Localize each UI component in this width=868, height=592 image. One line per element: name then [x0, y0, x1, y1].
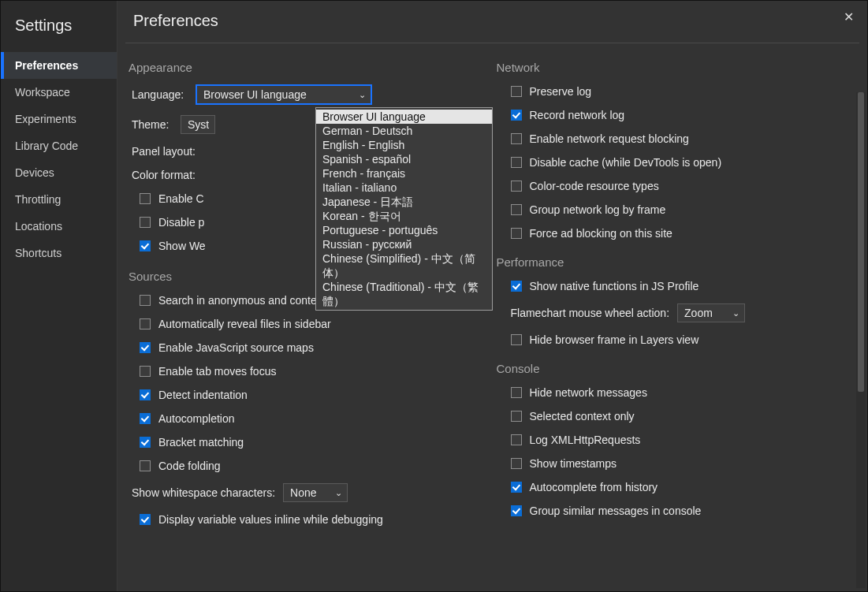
sources-checkbox-3[interactable] [140, 366, 151, 377]
network-checkbox-4[interactable] [511, 181, 522, 192]
sources-label-7[interactable]: Code folding [158, 460, 221, 472]
console-label-2[interactable]: Log XMLHttpRequests [530, 434, 641, 446]
sidebar-title: Settings [1, 7, 117, 52]
console-label-3[interactable]: Show timestamps [530, 457, 617, 470]
theme-label: Theme: [132, 118, 173, 131]
network-label-2[interactable]: Enable network request blocking [530, 132, 689, 145]
section-appearance: Appearance [129, 61, 486, 74]
sources-checkbox-0[interactable] [140, 295, 151, 306]
language-option[interactable]: Chinese (Simplified) - 中文（简体） [316, 251, 492, 280]
preferences-panel: ✕ Preferences Appearance Language: Brows… [117, 1, 867, 591]
chevron-down-icon: ⌄ [335, 488, 342, 498]
sidebar-item-workspace[interactable]: Workspace [1, 79, 117, 106]
console-checkbox-2[interactable] [511, 434, 522, 445]
language-option[interactable]: Korean - 한국어 [316, 209, 492, 223]
console-checkbox-0[interactable] [511, 387, 522, 398]
close-icon: ✕ [844, 9, 854, 24]
sources-label-3[interactable]: Enable tab moves focus [158, 365, 276, 378]
language-option[interactable]: Russian - русский [316, 237, 492, 251]
flamechart-select[interactable]: Zoom ⌄ [677, 303, 745, 322]
console-checkbox-5[interactable] [511, 505, 522, 516]
sources-label-5[interactable]: Autocompletion [158, 412, 235, 425]
close-button[interactable]: ✕ [837, 6, 859, 28]
enable-c-checkbox[interactable] [140, 193, 151, 204]
right-column: Network Preserve logRecord network logEn… [492, 54, 863, 591]
network-label-3[interactable]: Disable cache (while DevTools is open) [530, 156, 722, 169]
sources-checkbox-4[interactable] [140, 389, 151, 400]
inline-values-label[interactable]: Display variable values inline while deb… [158, 513, 383, 526]
vertical-scrollbar[interactable] [856, 92, 866, 588]
chevron-down-icon: ⌄ [359, 90, 366, 100]
language-option[interactable]: Chinese (Traditional) - 中文（繁體） [316, 280, 492, 308]
flamechart-label: Flamechart mouse wheel action: [511, 307, 670, 319]
sources-checkbox-2[interactable] [140, 342, 151, 353]
page-title: Preferences [125, 1, 859, 43]
panel-layout-label: Panel layout: [132, 145, 196, 158]
console-checkbox-3[interactable] [511, 458, 522, 469]
disable-p-label[interactable]: Disable p [158, 216, 204, 229]
sources-checkbox-5[interactable] [140, 413, 151, 424]
native-fns-checkbox[interactable] [511, 281, 522, 292]
color-format-label: Color format: [132, 169, 196, 181]
scrollbar-thumb[interactable] [858, 92, 864, 392]
console-checkbox-4[interactable] [511, 482, 522, 493]
language-option[interactable]: English - English [316, 138, 492, 152]
sidebar-item-experiments[interactable]: Experiments [1, 106, 117, 132]
hide-frame-checkbox[interactable] [511, 334, 522, 345]
whitespace-select[interactable]: None ⌄ [283, 483, 348, 502]
theme-select[interactable]: Syst [181, 115, 215, 134]
network-checkbox-1[interactable] [511, 110, 522, 121]
sidebar-item-devices[interactable]: Devices [1, 159, 117, 186]
whitespace-select-value: None [290, 486, 316, 499]
show-we-checkbox[interactable] [140, 240, 151, 251]
show-we-label[interactable]: Show We [158, 240, 206, 252]
sources-checkbox-6[interactable] [140, 437, 151, 448]
language-option[interactable]: German - Deutsch [316, 124, 492, 138]
language-option[interactable]: Japanese - 日本語 [316, 195, 492, 209]
console-label-5[interactable]: Group similar messages in console [530, 505, 702, 517]
network-checkbox-3[interactable] [511, 157, 522, 168]
language-option[interactable]: Italian - italiano [316, 181, 492, 195]
sidebar-item-shortcuts[interactable]: Shortcuts [1, 240, 117, 266]
sidebar-item-locations[interactable]: Locations [1, 213, 117, 240]
language-option[interactable]: Portuguese - português [316, 223, 492, 237]
sources-label-6[interactable]: Bracket matching [158, 436, 244, 449]
language-option[interactable]: Browser UI language [316, 110, 492, 124]
native-fns-label[interactable]: Show native functions in JS Profile [530, 280, 699, 292]
disable-p-checkbox[interactable] [140, 217, 151, 228]
network-checkbox-0[interactable] [511, 86, 522, 97]
sources-checkbox-1[interactable] [140, 318, 151, 330]
language-label: Language: [132, 88, 188, 101]
network-label-0[interactable]: Preserve log [530, 85, 592, 98]
sidebar-item-throttling[interactable]: Throttling [1, 186, 117, 213]
sources-label-2[interactable]: Enable JavaScript source maps [158, 341, 314, 354]
console-label-0[interactable]: Hide network messages [530, 386, 647, 399]
language-select-value: Browser UI language [203, 88, 307, 101]
enable-c-label[interactable]: Enable C [158, 192, 204, 205]
language-select[interactable]: Browser UI language ⌄ [196, 85, 371, 104]
network-label-6[interactable]: Force ad blocking on this site [530, 227, 672, 240]
console-label-1[interactable]: Selected context only [530, 410, 635, 423]
language-option[interactable]: Spanish - español [316, 152, 492, 166]
network-label-4[interactable]: Color-code resource types [530, 180, 659, 192]
sidebar-item-preferences[interactable]: Preferences [1, 52, 117, 79]
sources-checkbox-7[interactable] [140, 460, 151, 471]
console-label-4[interactable]: Autocomplete from history [530, 481, 658, 493]
inline-values-checkbox[interactable] [140, 514, 151, 525]
console-checkbox-1[interactable] [511, 411, 522, 422]
settings-sidebar: Settings PreferencesWorkspaceExperiments… [1, 1, 117, 591]
network-checkbox-2[interactable] [511, 133, 522, 144]
sidebar-item-library-code[interactable]: Library Code [1, 132, 117, 159]
chevron-down-icon: ⌄ [732, 308, 739, 318]
network-label-5[interactable]: Group network log by frame [530, 203, 666, 216]
network-checkbox-6[interactable] [511, 228, 522, 239]
hide-frame-label[interactable]: Hide browser frame in Layers view [530, 333, 699, 346]
sources-label-1[interactable]: Automatically reveal files in sidebar [158, 318, 331, 330]
section-performance: Performance [497, 255, 857, 269]
network-checkbox-5[interactable] [511, 204, 522, 215]
language-dropdown[interactable]: Browser UI languageGerman - DeutschEngli… [315, 107, 493, 311]
flamechart-select-value: Zoom [684, 307, 713, 319]
network-label-1[interactable]: Record network log [530, 109, 625, 121]
language-option[interactable]: French - français [316, 166, 492, 181]
sources-label-4[interactable]: Detect indentation [158, 389, 248, 401]
